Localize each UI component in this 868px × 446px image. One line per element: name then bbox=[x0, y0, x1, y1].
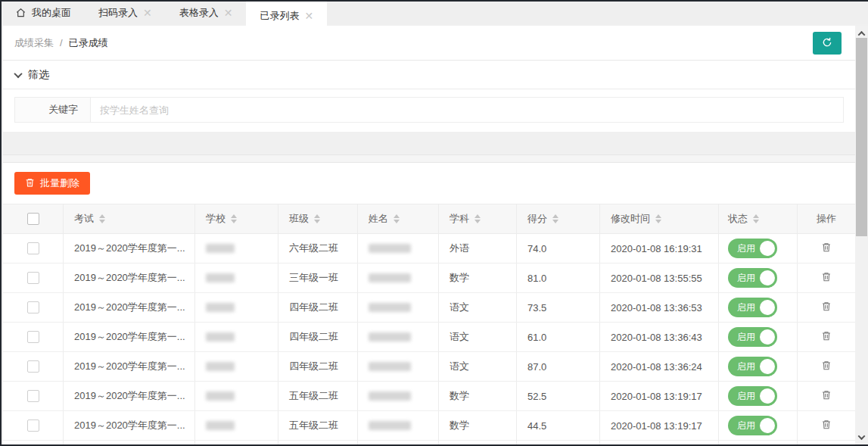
cell-exam: 2019～2020学年度第一... bbox=[74, 271, 185, 285]
row-checkbox[interactable] bbox=[27, 242, 39, 254]
cell-exam: 2019～2020学年度第一... bbox=[74, 242, 185, 255]
collapsed-strip bbox=[3, 154, 855, 163]
cell-exam: 2019～2020学年度第一... bbox=[74, 389, 185, 403]
row-checkbox[interactable] bbox=[27, 301, 39, 313]
tab-label: 我的桌面 bbox=[32, 6, 71, 20]
status-toggle[interactable]: 启用 bbox=[728, 239, 777, 258]
cell-modified: 2020-01-08 13:36:24 bbox=[611, 361, 702, 373]
chevron-down-icon bbox=[14, 69, 22, 77]
app-window: 我的桌面 扫码录入 ✕ 表格录入 ✕ 已录列表 ✕ 成绩采集 / 已录成绩 bbox=[0, 0, 868, 446]
status-toggle[interactable]: 启用 bbox=[728, 327, 777, 347]
delete-row-button[interactable] bbox=[820, 270, 833, 286]
cell-class: 三年级一班 bbox=[289, 271, 338, 285]
scrollbar-thumb[interactable] bbox=[856, 38, 867, 236]
header-subject: 学科 bbox=[450, 212, 469, 226]
cell-subject: 语文 bbox=[450, 330, 469, 344]
status-toggle[interactable]: 启用 bbox=[728, 416, 777, 435]
table-row: 2019～2020学年度第一... 五年级二班 数学 52.5 2020-01-… bbox=[3, 382, 855, 411]
sort-carets-icon[interactable] bbox=[394, 214, 400, 223]
status-toggle-label: 启用 bbox=[737, 331, 755, 344]
filter-panel: 筛选 关键字 bbox=[3, 61, 855, 132]
sort-carets-icon[interactable] bbox=[753, 214, 759, 223]
tab-my-desktop[interactable]: 我的桌面 bbox=[2, 2, 85, 24]
status-toggle[interactable]: 启用 bbox=[728, 298, 777, 317]
delete-row-button[interactable] bbox=[820, 329, 833, 345]
cell-name-redacted bbox=[369, 421, 411, 430]
sort-carets-icon[interactable] bbox=[314, 214, 320, 223]
table-row: 2019～2020学年度第一... 五年级二班 数学 51.0 2020-01-… bbox=[3, 441, 855, 444]
trash-icon bbox=[821, 271, 832, 285]
cell-class: 五年级二班 bbox=[289, 419, 338, 432]
status-toggle-label: 启用 bbox=[737, 272, 755, 285]
table-row: 2019～2020学年度第一... 四年级二班 语文 73.5 2020-01-… bbox=[3, 293, 855, 323]
toggle-knob-icon bbox=[760, 300, 775, 315]
toggle-knob-icon bbox=[760, 359, 775, 374]
close-icon[interactable]: ✕ bbox=[224, 8, 233, 18]
row-checkbox[interactable] bbox=[27, 419, 39, 432]
cell-modified: 2020-01-08 13:19:17 bbox=[611, 391, 702, 402]
table-header-row: 考试 学校 班级 姓名 学科 得分 修改时间 状态 操作 bbox=[3, 204, 855, 234]
cell-class: 五年级二班 bbox=[289, 389, 338, 403]
header-modified: 修改时间 bbox=[611, 212, 650, 226]
select-all-checkbox[interactable] bbox=[27, 213, 39, 225]
cell-modified: 2020-01-08 13:19:17 bbox=[611, 420, 702, 432]
sort-carets-icon[interactable] bbox=[552, 214, 558, 223]
batch-delete-button[interactable]: 批量删除 bbox=[14, 172, 90, 195]
row-checkbox[interactable] bbox=[27, 390, 39, 402]
refresh-button[interactable] bbox=[813, 32, 842, 55]
cell-exam: 2019～2020学年度第一... bbox=[74, 360, 185, 373]
keyword-input[interactable] bbox=[91, 98, 843, 122]
cell-school-redacted bbox=[206, 391, 235, 401]
row-checkbox[interactable] bbox=[27, 272, 39, 284]
toggle-knob-icon bbox=[760, 388, 775, 404]
trash-icon bbox=[25, 177, 35, 190]
status-toggle[interactable]: 启用 bbox=[728, 357, 777, 376]
sort-carets-icon[interactable] bbox=[231, 214, 237, 223]
status-toggle-label: 启用 bbox=[737, 301, 755, 314]
vertical-scrollbar[interactable] bbox=[855, 26, 868, 444]
delete-row-button[interactable] bbox=[820, 388, 833, 404]
trash-icon bbox=[821, 389, 832, 403]
table-row: 2019～2020学年度第一... 六年级二班 外语 74.0 2020-01-… bbox=[3, 234, 855, 264]
sort-carets-icon[interactable] bbox=[99, 214, 105, 223]
results-panel: 批量删除 考试 学校 班级 姓名 学科 得分 修改时间 状态 操作 20 bbox=[3, 163, 855, 444]
tab-form-entry[interactable]: 表格录入 ✕ bbox=[166, 2, 247, 24]
cell-class: 四年级二班 bbox=[289, 330, 338, 344]
status-toggle-label: 启用 bbox=[737, 419, 755, 432]
cell-score: 44.5 bbox=[527, 420, 546, 432]
delete-row-button[interactable] bbox=[820, 299, 833, 316]
breadcrumb-current: 已录成绩 bbox=[69, 36, 108, 50]
scroll-down-icon[interactable] bbox=[855, 431, 868, 443]
toggle-knob-icon bbox=[760, 418, 775, 433]
filter-header[interactable]: 筛选 bbox=[3, 61, 855, 89]
close-icon[interactable]: ✕ bbox=[304, 11, 313, 21]
cell-school-redacted bbox=[206, 244, 235, 253]
header-actions: 操作 bbox=[817, 212, 836, 226]
row-checkbox[interactable] bbox=[27, 331, 39, 343]
cell-score: 73.5 bbox=[527, 302, 546, 313]
delete-row-button[interactable] bbox=[820, 240, 833, 257]
sort-carets-icon[interactable] bbox=[474, 214, 481, 223]
status-toggle[interactable]: 启用 bbox=[728, 386, 777, 406]
delete-row-button[interactable] bbox=[820, 417, 833, 434]
cell-subject: 外语 bbox=[450, 242, 469, 255]
cell-school-redacted bbox=[206, 421, 235, 430]
breadcrumb: 成绩采集 / 已录成绩 bbox=[3, 26, 855, 61]
close-icon[interactable]: ✕ bbox=[143, 8, 152, 18]
row-checkbox[interactable] bbox=[27, 360, 39, 373]
tab-label: 表格录入 bbox=[179, 6, 219, 20]
delete-row-button[interactable] bbox=[820, 358, 833, 375]
tab-scan-entry[interactable]: 扫码录入 ✕ bbox=[85, 2, 166, 24]
toggle-knob-icon bbox=[760, 329, 775, 345]
status-toggle[interactable]: 启用 bbox=[728, 268, 777, 288]
header-name: 姓名 bbox=[369, 212, 388, 226]
cell-school-redacted bbox=[206, 332, 235, 342]
filter-body: 关键字 bbox=[3, 89, 855, 132]
table-row: 2019～2020学年度第一... 四年级二班 语文 87.0 2020-01-… bbox=[3, 352, 855, 382]
cell-name-redacted bbox=[369, 273, 411, 282]
sort-carets-icon[interactable] bbox=[655, 214, 661, 223]
refresh-icon bbox=[821, 36, 833, 51]
cell-subject: 数学 bbox=[450, 271, 469, 285]
cell-modified: 2020-01-08 16:19:31 bbox=[611, 243, 702, 254]
tab-label: 已录列表 bbox=[260, 9, 299, 23]
